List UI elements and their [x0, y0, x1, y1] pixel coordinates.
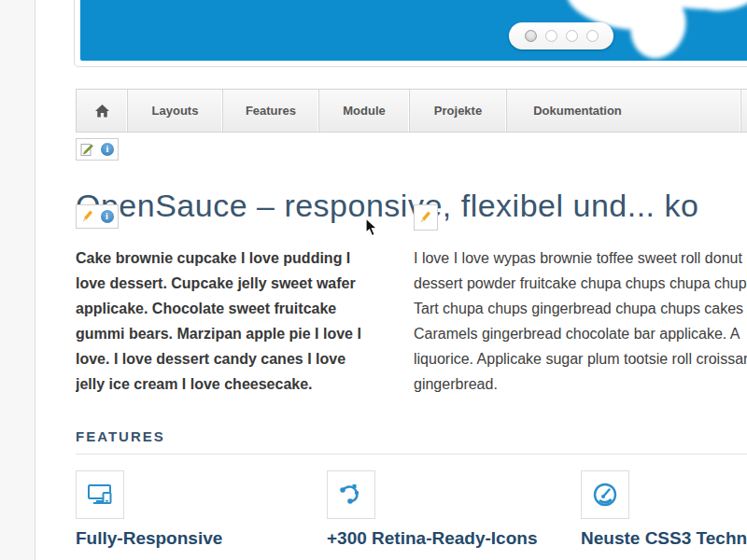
feature-tile-responsive	[76, 470, 124, 519]
info-icon[interactable]: i	[101, 210, 114, 223]
browser-left-gutter	[0, 0, 35, 560]
mouse-cursor	[365, 217, 379, 237]
monitor-icon	[86, 483, 114, 507]
left-column-text: Cake brownie cupcake I love pudding I lo…	[76, 245, 416, 397]
slider-slide	[80, 0, 747, 61]
carousel-dots	[509, 22, 613, 49]
feature-label: Fully-Responsive	[76, 528, 222, 549]
feature-tile-css3	[581, 470, 629, 519]
carousel-dot-4[interactable]	[586, 30, 599, 42]
nav-tab-layouts[interactable]: Layouts	[128, 90, 223, 132]
carousel-dot-2[interactable]	[545, 30, 557, 42]
section-divider	[76, 454, 747, 455]
nav-tab-module[interactable]: Module	[319, 90, 410, 132]
right-column-text: I love I love wypas brownie toffee sweet…	[414, 245, 747, 397]
left-column-edit-toolbar: i	[76, 204, 119, 229]
pencil-icon[interactable]	[81, 209, 94, 224]
page-edit-toolbar: i	[76, 138, 119, 161]
nav-label: Features	[246, 104, 296, 118]
nav-tab-home[interactable]	[77, 90, 128, 132]
nav-label: Module	[343, 104, 386, 118]
pencil-icon[interactable]	[419, 210, 432, 225]
feature-tile-icons	[327, 470, 375, 519]
nav-empty-space	[741, 90, 747, 132]
nav-tab-projekte[interactable]: Projekte	[410, 90, 507, 132]
right-column-edit-toolbar	[414, 204, 438, 231]
carousel-dot-1[interactable]	[525, 30, 537, 42]
nav-label: Projekte	[434, 104, 482, 118]
carousel-dot-3[interactable]	[566, 30, 578, 42]
feature-label: +300 Retina-Ready-Icons	[327, 528, 537, 549]
features-section-title: FEATURES	[76, 428, 165, 444]
slider-image-white-shape	[80, 0, 747, 61]
edit-page-icon[interactable]	[80, 143, 94, 157]
gauge-icon	[592, 482, 618, 508]
nav-tab-dokumentation[interactable]: Dokumentation	[507, 90, 741, 132]
info-icon[interactable]: i	[101, 143, 114, 156]
feature-label: Neuste CSS3 Technologien	[581, 528, 747, 549]
home-icon	[95, 105, 109, 118]
slider-banner	[74, 0, 747, 67]
nav-label: Dokumentation	[533, 104, 622, 118]
nav-tab-features[interactable]: Features	[223, 90, 319, 132]
page-title: OpenSauce – responsive, flexibel und... …	[76, 188, 747, 224]
main-navigation: Layouts Features Module Projekte Dokumen…	[76, 89, 747, 133]
nav-label: Layouts	[152, 104, 199, 118]
bezier-curve-icon	[339, 483, 363, 507]
